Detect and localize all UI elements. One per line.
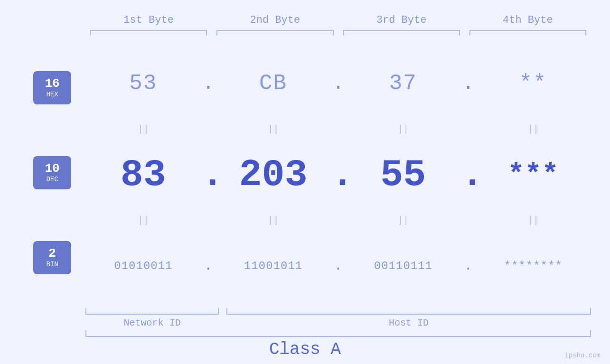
class-label-row: Class A bbox=[19, 340, 591, 364]
network-id-label: Network ID bbox=[85, 317, 219, 328]
bin-b3: 00110111 bbox=[346, 260, 461, 272]
main-container: 1st Byte 2nd Byte 3rd Byte 4th Byte 16 H… bbox=[0, 0, 610, 364]
eq-2-b1: || bbox=[85, 215, 201, 226]
hex-b3: 37 bbox=[346, 71, 461, 96]
dec-b1: 83 bbox=[85, 153, 201, 196]
outer-bracket bbox=[85, 330, 591, 337]
net-bracket bbox=[85, 308, 219, 315]
bracket-2 bbox=[216, 30, 333, 36]
bin-b1: 01010011 bbox=[85, 260, 201, 272]
hex-sep-3: . bbox=[461, 73, 475, 94]
byte-headers: 1st Byte 2nd Byte 3rd Byte 4th Byte bbox=[19, 14, 591, 26]
dec-sep-1: . bbox=[201, 153, 216, 196]
eq-1-b1: || bbox=[85, 124, 201, 135]
hex-b1: 53 bbox=[85, 71, 201, 96]
net-host-labels: Network ID Host ID bbox=[85, 317, 591, 328]
eq-1-b3: || bbox=[346, 124, 461, 135]
bin-sep-3: . bbox=[461, 259, 475, 273]
eq-1-b4: || bbox=[475, 124, 591, 135]
bracket-1 bbox=[90, 30, 207, 36]
byte4-header: 4th Byte bbox=[465, 14, 591, 26]
host-bracket bbox=[226, 308, 591, 315]
hex-b2: CB bbox=[216, 71, 331, 96]
watermark: ipshu.com bbox=[564, 352, 601, 359]
dec-badge: 10 DEC bbox=[33, 156, 71, 189]
byte3-header: 3rd Byte bbox=[338, 14, 465, 26]
eq-1-b2: || bbox=[216, 124, 331, 135]
bin-b2: 11001011 bbox=[216, 260, 331, 272]
eq-2-b4: || bbox=[475, 215, 591, 226]
outer-bracket-row bbox=[19, 330, 591, 337]
eq-row-1: || || || || bbox=[85, 122, 591, 136]
hex-b4: ** bbox=[475, 71, 591, 96]
bin-badge: 2 BIN bbox=[33, 241, 71, 274]
bin-row: 01010011 . 11001011 . 00110111 . *******… bbox=[85, 227, 591, 304]
bin-sep-1: . bbox=[201, 259, 216, 273]
host-id-label: Host ID bbox=[226, 317, 591, 328]
bracket-3 bbox=[343, 30, 460, 36]
top-brackets bbox=[19, 30, 591, 36]
bracket-4 bbox=[469, 30, 586, 36]
labels-column: 16 HEX 10 DEC 2 BIN bbox=[19, 45, 85, 328]
dec-sep-2: . bbox=[331, 153, 346, 196]
hex-sep-2: . bbox=[331, 73, 346, 94]
eq-2-b2: || bbox=[216, 215, 331, 226]
dec-b2: 203 bbox=[216, 153, 331, 196]
bin-b4: ******** bbox=[475, 260, 591, 272]
main-grid: 16 HEX 10 DEC 2 BIN 53 . CB bbox=[19, 45, 591, 328]
dec-b3: 55 bbox=[346, 153, 461, 196]
byte2-header: 2nd Byte bbox=[212, 14, 338, 26]
eq-row-2: || || || || bbox=[85, 213, 591, 227]
class-a-label: Class A bbox=[269, 340, 341, 359]
bin-sep-2: . bbox=[331, 259, 346, 273]
eq-2-b3: || bbox=[346, 215, 461, 226]
byte1-header: 1st Byte bbox=[85, 14, 212, 26]
dec-row: 83 . 203 . 55 . *** bbox=[85, 136, 591, 213]
bottom-brackets bbox=[85, 308, 591, 315]
hex-badge: 16 HEX bbox=[33, 71, 71, 104]
dec-sep-3: . bbox=[461, 153, 475, 196]
hex-row: 53 . CB . 37 . ** bbox=[85, 45, 591, 122]
values-area: 53 . CB . 37 . ** || || bbox=[85, 45, 591, 328]
dec-b4: *** bbox=[475, 159, 591, 191]
hex-sep-1: . bbox=[201, 73, 216, 94]
